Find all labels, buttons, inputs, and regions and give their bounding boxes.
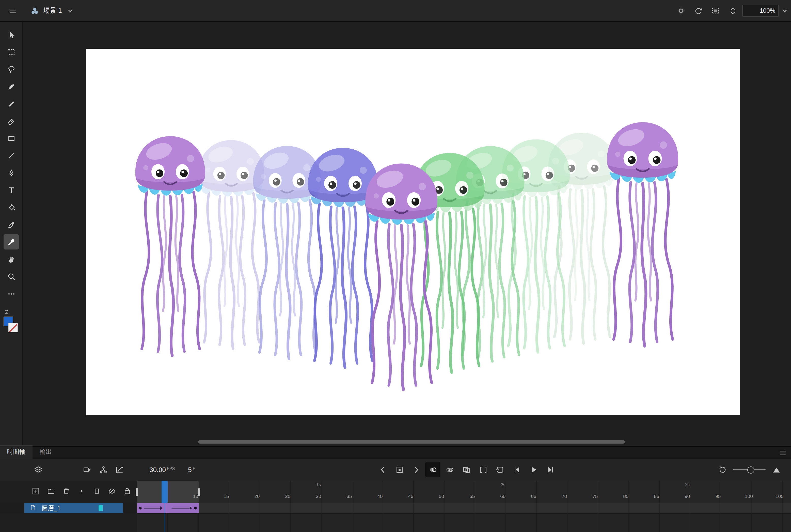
tab-timeline[interactable]: 時間軸 [0, 445, 33, 459]
pen-icon [7, 168, 16, 177]
main-menu-button[interactable] [4, 3, 21, 18]
layer-frames-row[interactable] [137, 503, 791, 514]
layer-row-selected[interactable]: 圖層_1 [24, 503, 123, 513]
eraser-tool[interactable] [3, 113, 19, 129]
pin-icon [7, 238, 16, 246]
text-tool[interactable] [3, 183, 19, 198]
layer-panel-toggle-button[interactable] [31, 462, 46, 477]
rectangle-tool[interactable] [3, 131, 19, 146]
zoom-stepper-button[interactable] [725, 3, 740, 18]
graph-editor-button[interactable] [112, 462, 127, 477]
frames-grid[interactable] [137, 503, 791, 532]
onion-skin-range[interactable] [137, 481, 199, 503]
edit-multiple-frames-button[interactable] [459, 462, 474, 477]
trash-icon [62, 487, 70, 495]
onion-icon [428, 465, 437, 474]
frame-number: 90 [684, 493, 690, 499]
free-transform-tool[interactable] [3, 44, 19, 59]
layer-name: 圖層_1 [42, 504, 61, 512]
center-stage-button[interactable] [673, 3, 688, 18]
rotateHand-icon [694, 6, 702, 15]
fluid-brush-tool[interactable] [3, 79, 19, 94]
line-tool[interactable] [3, 148, 19, 163]
lock-layer-button[interactable] [121, 485, 133, 497]
layer-icon [30, 504, 38, 512]
onion-end-handle[interactable] [198, 488, 200, 496]
text-icon [7, 186, 16, 194]
timeline-zoom-max-button[interactable] [769, 462, 784, 477]
frame-rate-display[interactable]: 30.00 FPS [149, 466, 175, 474]
current-frame-display[interactable]: 5 F [188, 466, 195, 474]
timeline-zoom-knob[interactable] [747, 467, 754, 474]
new-folder-button[interactable] [45, 485, 57, 497]
pasteboard[interactable] [22, 22, 791, 446]
selection-tool[interactable] [3, 27, 19, 42]
outline-mode-button[interactable] [91, 485, 103, 497]
onion-skin-outlines-button[interactable] [442, 462, 457, 477]
breadcrumb[interactable]: 場景 1 [31, 6, 75, 15]
chevRight-icon [412, 465, 420, 474]
loop-playback-button[interactable] [492, 462, 507, 477]
layer-outline-color-swatch[interactable] [99, 505, 103, 511]
more-icon [7, 289, 16, 298]
pen-tool[interactable] [3, 165, 19, 180]
clip-content-outside-stage-button[interactable] [708, 3, 723, 18]
step-back-frame-button[interactable] [509, 462, 524, 477]
stroke-color-swatch[interactable] [8, 323, 18, 332]
lock-icon [123, 487, 131, 495]
lasso-tool[interactable] [3, 61, 19, 77]
tool-strip [0, 22, 23, 446]
eyedropper-tool[interactable] [3, 217, 19, 232]
zoom-tool[interactable] [3, 269, 19, 284]
step-back-keyframe-button[interactable] [375, 462, 390, 477]
play-button[interactable] [526, 462, 541, 477]
mountain-icon [772, 465, 780, 474]
camera-icon [82, 466, 91, 474]
reset-timeline-zoom-button[interactable] [715, 462, 730, 477]
jellyfish-blue[interactable] [308, 148, 378, 367]
horizontal-scrollbar[interactable] [198, 440, 625, 443]
show-hide-all-button[interactable] [75, 485, 88, 497]
hand-tool[interactable] [3, 251, 19, 267]
add-camera-button[interactable] [79, 462, 95, 477]
asset-warp-tool[interactable] [3, 234, 19, 249]
zoom-level-field[interactable]: 100% [742, 4, 779, 17]
timeline-zoom-slider[interactable] [733, 469, 766, 470]
modify-onion-markers-button[interactable] [476, 462, 491, 477]
seconds-label: 1s [316, 482, 321, 487]
nextFrame-icon [546, 465, 555, 474]
jellyfish-purple[interactable] [607, 122, 678, 346]
menu-icon [778, 449, 787, 457]
curveGraph-icon [115, 466, 124, 474]
scene-icon [31, 6, 39, 15]
new-layer-button[interactable] [30, 485, 42, 497]
classic-brush-tool[interactable] [3, 96, 19, 111]
tab-output[interactable]: 輸出 [33, 445, 59, 459]
step-forward-frame-button[interactable] [543, 462, 558, 477]
folder-icon [46, 487, 55, 495]
swap-colors-icon[interactable] [3, 308, 11, 316]
frame-number: 50 [439, 493, 444, 499]
step-forward-keyframe-button[interactable] [408, 462, 424, 477]
panel-menu-button[interactable] [778, 448, 788, 457]
frame-number: 30 [316, 493, 321, 499]
jellyfish-purple[interactable] [365, 164, 437, 390]
hide-layer-button[interactable] [106, 485, 118, 497]
tween-span[interactable] [137, 503, 199, 513]
fluidBrush-icon [7, 82, 16, 91]
stage-canvas[interactable] [86, 49, 740, 415]
playhead-line[interactable] [165, 481, 165, 532]
paint-bucket-tool[interactable] [3, 200, 19, 215]
frame-ruler[interactable]: 1s2s3s5101520253035404550556065707580859… [137, 481, 791, 504]
delete-layer-button[interactable] [60, 485, 72, 497]
jellyfish-purple[interactable] [135, 136, 205, 356]
chevron-down-icon[interactable] [66, 6, 75, 15]
more-tools-tool[interactable] [3, 286, 19, 301]
zoom-dropdown-button[interactable] [781, 5, 788, 16]
onion-start-handle[interactable] [136, 488, 138, 496]
rotate-view-button[interactable] [690, 3, 706, 18]
layer-parenting-button[interactable] [96, 462, 111, 477]
center-frame-button[interactable] [392, 462, 407, 477]
onion-skin-button[interactable] [425, 462, 441, 477]
layer-row[interactable]: 圖層_1 [0, 503, 137, 513]
